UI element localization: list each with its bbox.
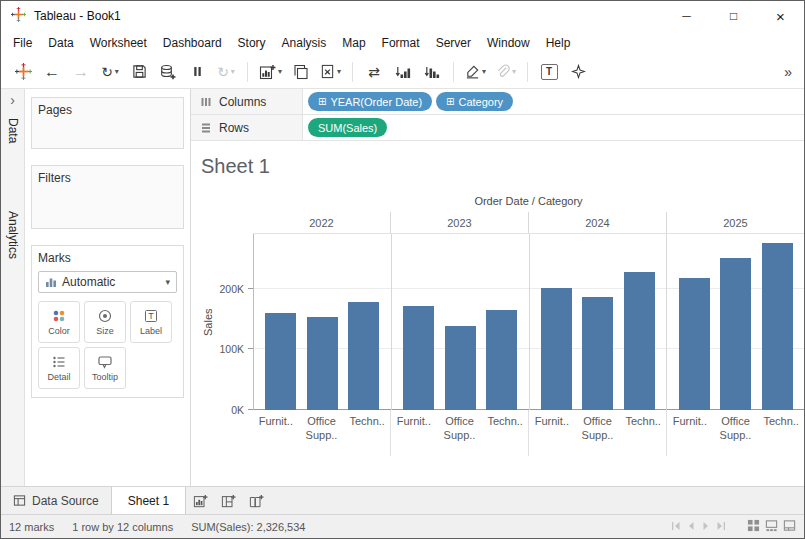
sheet-sorter-view-button[interactable]	[747, 519, 760, 534]
year-header-2022[interactable]: 2022	[253, 212, 390, 233]
dropdown-caret-icon[interactable]: ▾	[231, 68, 235, 76]
category-label[interactable]: Furnit..	[391, 410, 437, 456]
menu-item-map[interactable]: Map	[334, 33, 373, 53]
group-members-button[interactable]: ▾	[495, 59, 516, 85]
new-data-source-button[interactable]	[158, 59, 178, 85]
redo-button[interactable]: →	[71, 59, 91, 85]
category-label[interactable]: Furnit..	[253, 410, 299, 456]
category-label[interactable]: Furnit..	[529, 410, 575, 456]
category-label[interactable]: OfficeSupp..	[299, 410, 345, 456]
label-button[interactable]: T Label	[130, 301, 172, 343]
maximize-button[interactable]: □	[710, 1, 757, 31]
tab-data[interactable]: Data	[6, 112, 20, 149]
bar-2025-furniture[interactable]	[679, 278, 710, 410]
year-header-2025[interactable]: 2025	[666, 212, 804, 233]
scroll-tabs-prev-button[interactable]	[686, 521, 696, 533]
scroll-tabs-last-button[interactable]	[716, 521, 726, 533]
new-story-tab-button[interactable]	[242, 487, 270, 514]
bar-2024-technology[interactable]	[624, 272, 655, 410]
scroll-tabs-first-button[interactable]	[671, 521, 681, 533]
year-header-2024[interactable]: 2024	[528, 212, 666, 233]
category-label[interactable]: Techn..	[482, 410, 528, 456]
menu-item-dashboard[interactable]: Dashboard	[155, 33, 230, 53]
bar-2024-office-supplies[interactable]	[582, 297, 613, 410]
expand-field-icon[interactable]: ⊞	[318, 97, 326, 107]
mark-type-dropdown[interactable]: Automatic ▾	[38, 271, 177, 293]
menu-item-data[interactable]: Data	[40, 33, 81, 53]
menu-item-analysis[interactable]: Analysis	[274, 33, 335, 53]
pages-shelf[interactable]: Pages	[31, 97, 184, 149]
toolbar-overflow-button[interactable]: »	[784, 64, 792, 80]
new-worksheet-button[interactable]: ▾	[259, 59, 282, 85]
color-button[interactable]: Color	[38, 301, 80, 343]
ai-sparkle-button[interactable]	[568, 59, 588, 85]
bar-2023-technology[interactable]	[486, 310, 517, 410]
replay-button[interactable]: ↻▾	[100, 59, 120, 85]
new-worksheet-tab-button[interactable]	[186, 487, 214, 514]
bar-2022-office-supplies[interactable]	[307, 317, 338, 410]
minimize-button[interactable]: ─	[663, 1, 710, 31]
show-sheet-tabs-button[interactable]	[783, 519, 796, 534]
category-label[interactable]: OfficeSupp..	[575, 410, 621, 456]
close-button[interactable]: ×	[757, 1, 804, 31]
menu-item-help[interactable]: Help	[538, 33, 579, 53]
category-label[interactable]: Techn..	[758, 410, 804, 456]
pause-auto-updates-button[interactable]	[187, 59, 207, 85]
y-axis-title[interactable]: Sales	[201, 234, 215, 410]
category-label[interactable]: Furnit..	[667, 410, 713, 456]
swap-rows-columns-button[interactable]: ⇄	[364, 59, 384, 85]
sort-ascending-button[interactable]	[393, 59, 413, 85]
dropdown-caret-icon[interactable]: ▾	[278, 68, 282, 76]
menu-item-window[interactable]: Window	[479, 33, 538, 53]
filters-shelf[interactable]: Filters	[31, 165, 184, 229]
dropdown-caret-icon[interactable]: ▾	[337, 68, 341, 76]
filmstrip-view-button[interactable]	[765, 519, 778, 534]
tab-analytics[interactable]: Analytics	[6, 205, 20, 265]
category-label[interactable]: OfficeSupp..	[713, 410, 759, 456]
dropdown-caret-icon[interactable]: ▾	[115, 68, 119, 76]
scroll-tabs-next-button[interactable]	[701, 521, 711, 533]
sheet-tab-sheet1[interactable]: Sheet 1	[111, 487, 186, 514]
category-label[interactable]: Techn..	[344, 410, 390, 456]
show-mark-labels-button[interactable]: T	[539, 59, 559, 85]
bar-2023-furniture[interactable]	[403, 306, 434, 410]
run-auto-updates-button[interactable]: ↻▾	[216, 59, 236, 85]
new-dashboard-tab-button[interactable]	[214, 487, 242, 514]
menu-item-format[interactable]: Format	[374, 33, 428, 53]
column-field-labels[interactable]: Order Date / Category	[253, 192, 804, 212]
sheet-title[interactable]: Sheet 1	[201, 155, 804, 178]
category-label[interactable]: OfficeSupp..	[437, 410, 483, 456]
size-button[interactable]: Size	[84, 301, 126, 343]
detail-button[interactable]: Detail	[38, 347, 80, 389]
tooltip-button[interactable]: Tooltip	[84, 347, 126, 389]
data-source-tab[interactable]: Data Source	[1, 487, 111, 514]
sort-descending-button[interactable]	[422, 59, 442, 85]
duplicate-button[interactable]	[291, 59, 311, 85]
pill-sum-sales-[interactable]: SUM(Sales)	[308, 118, 387, 137]
menu-item-story[interactable]: Story	[230, 33, 274, 53]
bar-2024-furniture[interactable]	[541, 288, 572, 410]
rows-shelf-pills[interactable]: SUM(Sales)	[303, 115, 804, 140]
bar-2022-furniture[interactable]	[265, 313, 296, 410]
menu-item-server[interactable]: Server	[428, 33, 479, 53]
bar-2025-technology[interactable]	[762, 243, 793, 411]
menu-item-file[interactable]: File	[5, 33, 40, 53]
pill-category[interactable]: ⊞Category	[436, 92, 513, 111]
tableau-logo-button[interactable]	[13, 59, 33, 85]
pill-year-order-date-[interactable]: ⊞YEAR(Order Date)	[308, 92, 432, 111]
bar-2025-office-supplies[interactable]	[720, 258, 751, 410]
y-axis[interactable]: 0K100K200K	[215, 234, 253, 410]
category-label[interactable]: Techn..	[620, 410, 666, 456]
clear-sheet-button[interactable]: ▾	[320, 59, 341, 85]
expand-field-icon[interactable]: ⊞	[446, 97, 454, 107]
bar-2022-technology[interactable]	[348, 302, 379, 410]
dropdown-caret-icon[interactable]: ▾	[482, 68, 486, 76]
undo-button[interactable]: ←	[42, 59, 62, 85]
expand-pane-chevron-icon[interactable]: ›	[10, 92, 15, 108]
year-header-2023[interactable]: 2023	[390, 212, 528, 233]
save-button[interactable]	[129, 59, 149, 85]
menu-item-worksheet[interactable]: Worksheet	[82, 33, 155, 53]
dropdown-caret-icon[interactable]: ▾	[512, 68, 516, 76]
columns-shelf-pills[interactable]: ⊞YEAR(Order Date)⊞Category	[303, 89, 804, 114]
bar-2023-office-supplies[interactable]	[445, 326, 476, 410]
